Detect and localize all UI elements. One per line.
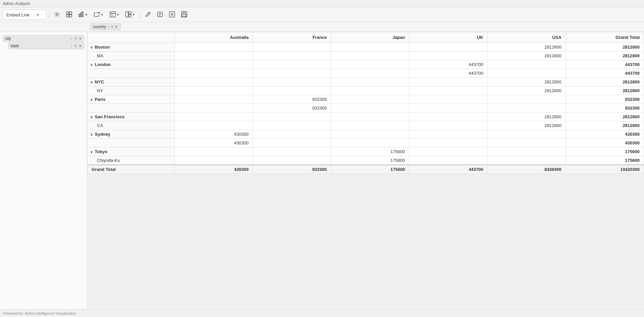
state-filter-icon[interactable]: ▽ (74, 44, 77, 48)
tokyo-grand: 175600 (566, 147, 644, 156)
table-row: Chiyoda-Ku 175600 175600 (88, 156, 644, 165)
ca-usa: 2812800 (487, 121, 566, 130)
col-header-uk: UK (409, 32, 487, 43)
sydney-state-usa (487, 139, 566, 147)
col-header-australia: Australia (175, 32, 253, 43)
sydney-usa (487, 130, 566, 139)
column-header-row: Australia France Japan UK USA Grand Tota… (88, 32, 644, 43)
edit-button[interactable] (155, 10, 165, 19)
svg-rect-13 (129, 15, 131, 17)
country-filter-icon[interactable]: ▽ (111, 25, 113, 29)
share-icon (94, 11, 100, 18)
save-icon (181, 11, 187, 18)
state-chip[interactable]: state ↑ ▽ ✕ (8, 43, 84, 49)
svg-rect-11 (126, 12, 128, 17)
boston-grand: 2812800 (566, 43, 644, 52)
ma-usa: 2812800 (487, 52, 566, 60)
boston-uk (409, 43, 487, 52)
table-row: ∨ Sydney 430300 430300 (88, 130, 644, 139)
tokyo-usa (487, 147, 566, 156)
left-panel: city ↑ ▽ ✕ state ↑ ▽ ✕ (0, 32, 87, 309)
city-label-nyc: ∨ NYC (88, 78, 175, 86)
paris-state-france: 932300 (253, 104, 331, 113)
grid-button[interactable] (64, 10, 74, 19)
ny-france (253, 86, 331, 95)
table-row: ∨ NYC 2812800 2812800 (88, 78, 644, 86)
chiyoda-japan: 175600 (331, 156, 409, 165)
pivot-area: city ↑ ▽ ✕ state ↑ ▽ ✕ (0, 32, 644, 309)
share-arrow-icon: ▼ (101, 13, 104, 16)
dropdown-arrow-icon: ▼ (36, 13, 40, 17)
pencil-button[interactable] (143, 10, 153, 19)
bar-chart-icon (78, 11, 84, 18)
paris-japan (331, 95, 409, 104)
ny-australia (175, 86, 253, 95)
paris-state-grand: 932300 (566, 104, 644, 113)
country-chip-label: country (93, 24, 106, 29)
state-sort-icon[interactable]: ↑ (70, 44, 72, 48)
share-button[interactable]: ▼ (92, 10, 106, 19)
paris-state-usa (487, 104, 566, 113)
country-sort-icon[interactable]: ↑ (107, 25, 109, 29)
table-layout-icon (110, 11, 116, 18)
grid-layout-button[interactable]: ▼ (123, 10, 137, 19)
app-layout: Adhoc Analysis Embed Link ▼ (0, 0, 644, 317)
ny-japan (331, 86, 409, 95)
paris-usa (487, 95, 566, 104)
sf-australia (175, 113, 253, 121)
city-sort-icon[interactable]: ↑ (70, 37, 72, 41)
col-header-grand-total: Grand Total (566, 32, 644, 43)
sf-usa: 2812800 (487, 113, 566, 121)
grand-total: 10420300 (566, 165, 644, 174)
ma-uk (409, 52, 487, 60)
table-row: ∨ Tokyo 175600 175600 (88, 147, 644, 156)
svg-rect-24 (182, 15, 186, 17)
table-layout-button[interactable]: ▼ (108, 10, 121, 19)
table-row: ∨ London 443700 443700 (88, 60, 644, 69)
city-label-boston: ∨ Boston (88, 43, 175, 52)
cancel-button[interactable] (167, 10, 177, 19)
grand-uk: 443700 (409, 165, 487, 174)
table-row: CA 2812800 2812800 (88, 121, 644, 130)
country-chip[interactable]: country ↑ ▽ ✕ (90, 23, 121, 30)
sf-japan (331, 113, 409, 121)
ma-australia (175, 52, 253, 60)
embed-dropdown[interactable]: Embed Link ▼ (3, 10, 46, 20)
sf-grand: 2812800 (566, 113, 644, 121)
sydney-uk (409, 130, 487, 139)
city-chip-label: city (5, 36, 68, 41)
city-close-icon[interactable]: ✕ (79, 37, 82, 41)
table-arrow-icon: ▼ (116, 13, 119, 16)
svg-rect-2 (69, 12, 72, 14)
chiyoda-grand: 175600 (566, 156, 644, 165)
settings-button[interactable] (52, 10, 62, 19)
svg-point-0 (56, 13, 58, 15)
country-close-icon[interactable]: ✕ (115, 25, 118, 29)
chart-bar-button[interactable]: ▼ (76, 10, 90, 19)
table-row: ∨ Paris 932300 932300 (88, 95, 644, 104)
ca-france (253, 121, 331, 130)
city-filter-icon[interactable]: ▽ (74, 37, 77, 41)
london-usa (487, 60, 566, 69)
boston-france (253, 43, 331, 52)
state-label-ma: MA (88, 52, 175, 60)
ny-grand: 2812800 (566, 86, 644, 95)
paris-state-uk (409, 104, 487, 113)
save-button[interactable] (179, 10, 189, 19)
nyc-grand: 2812800 (566, 78, 644, 86)
grand-japan: 175600 (331, 165, 409, 174)
state-label-sydney-state (88, 139, 175, 147)
tokyo-australia (175, 147, 253, 156)
chiyoda-uk (409, 156, 487, 165)
table-row: 443700 443700 (88, 69, 644, 78)
nyc-usa: 2812800 (487, 78, 566, 86)
london-japan (331, 60, 409, 69)
table-row: ∨ San Francisco 2812800 2812800 (88, 113, 644, 121)
paris-uk (409, 95, 487, 104)
city-chip[interactable]: city ↑ ▽ ✕ (3, 35, 84, 42)
state-close-icon[interactable]: ✕ (79, 44, 82, 48)
ma-japan (331, 52, 409, 60)
table-row: 430300 430300 (88, 139, 644, 147)
chart-arrow-icon: ▼ (85, 13, 88, 16)
edit-icon (157, 11, 163, 18)
